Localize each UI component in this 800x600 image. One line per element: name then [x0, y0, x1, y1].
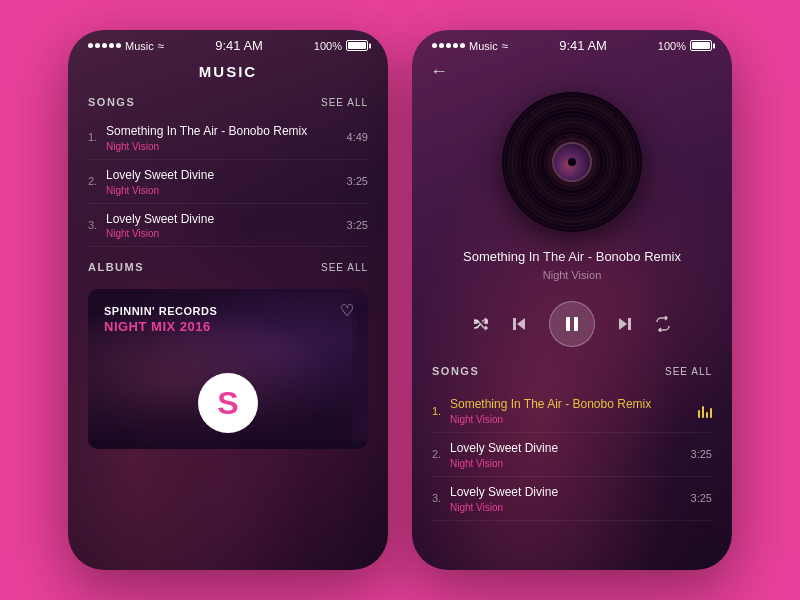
status-time: 9:41 AM	[215, 38, 263, 53]
album-title: NIGHT MIX 2016	[104, 319, 352, 334]
status-time-right: 9:41 AM	[559, 38, 607, 53]
prev-button[interactable]	[509, 314, 529, 334]
eq-bar	[710, 408, 713, 418]
songs-section-title: SONGS	[88, 96, 135, 108]
player-song-number: 3.	[432, 492, 450, 504]
album-label: SPINNIN' RECORDS	[104, 305, 352, 317]
battery-label: 100%	[314, 40, 342, 52]
player-controls	[412, 295, 732, 361]
svg-text:S: S	[217, 385, 238, 421]
page-title: MUSIC	[68, 57, 388, 92]
song-artist: Night Vision	[106, 185, 339, 196]
player-track-artist: Night Vision	[432, 269, 712, 281]
status-bar-right: Music ≈ 9:41 AM 100%	[412, 30, 732, 57]
signal-dot	[88, 43, 93, 48]
albums-section-header: ALBUMS SEE ALL	[68, 257, 388, 281]
albums-section-title: ALBUMS	[88, 261, 144, 273]
player-song-duration: 3:25	[691, 448, 712, 460]
player-song-artist: Night Vision	[450, 414, 698, 425]
player-song-number: 2.	[432, 448, 450, 460]
battery-icon-right	[690, 40, 712, 51]
albums-see-all[interactable]: SEE ALL	[321, 262, 368, 273]
signal-dot	[95, 43, 100, 48]
right-phone: Music ≈ 9:41 AM 100% ←	[412, 30, 732, 570]
signal-dot	[116, 43, 121, 48]
signal-dot	[446, 43, 451, 48]
album-content: SPINNIN' RECORDS NIGHT MIX 2016	[88, 289, 368, 350]
svg-rect-9	[628, 318, 631, 330]
song-artist: Night Vision	[106, 228, 339, 239]
battery-fill-right	[692, 42, 710, 49]
next-button[interactable]	[615, 314, 635, 334]
song-item[interactable]: 3. Lovely Sweet Divine Night Vision 3:25	[88, 204, 368, 248]
song-title: Lovely Sweet Divine	[106, 167, 339, 184]
signal-dot	[102, 43, 107, 48]
songs-section-header: SONGS SEE ALL	[68, 92, 388, 116]
song-duration: 3:25	[347, 219, 368, 231]
song-item[interactable]: 2. Lovely Sweet Divine Night Vision 3:25	[88, 160, 368, 204]
song-info: Lovely Sweet Divine Night Vision	[106, 211, 339, 240]
song-number: 3.	[88, 219, 106, 231]
player-song-title: Something In The Air - Bonobo Remix	[450, 396, 698, 413]
repeat-button[interactable]	[655, 316, 671, 332]
left-phone: Music ≈ 9:41 AM 100% MUSIC SONGS SEE ALL	[68, 30, 388, 570]
vinyl-container	[412, 92, 732, 232]
wifi-icon: ≈	[158, 39, 165, 53]
shuffle-button[interactable]	[473, 316, 489, 332]
player-song-number: 1.	[432, 405, 450, 417]
song-duration: 4:49	[347, 131, 368, 143]
albums-section: ALBUMS SEE ALL SPINNIN' RECORDS NIGHT MI…	[68, 257, 388, 449]
svg-rect-7	[574, 317, 578, 331]
svg-marker-4	[517, 318, 525, 330]
status-bar: Music ≈ 9:41 AM 100%	[68, 30, 388, 57]
play-pause-button[interactable]	[549, 301, 595, 347]
player-song-info: Something In The Air - Bonobo Remix Nigh…	[450, 396, 698, 425]
player-song-duration: 3:25	[691, 492, 712, 504]
player-songs-title: SONGS	[432, 365, 479, 377]
song-info: Lovely Sweet Divine Night Vision	[106, 167, 339, 196]
songs-list: 1. Something In The Air - Bonobo Remix N…	[68, 116, 388, 247]
svg-rect-6	[566, 317, 570, 331]
signal-dot	[432, 43, 437, 48]
player-track-title: Something In The Air - Bonobo Remix	[432, 248, 712, 266]
status-app-name: Music	[125, 40, 154, 52]
wifi-icon-right: ≈	[502, 39, 509, 53]
songs-see-all[interactable]: SEE ALL	[321, 97, 368, 108]
player-header: ←	[412, 57, 732, 82]
song-artist: Night Vision	[106, 141, 339, 152]
heart-icon[interactable]: ♡	[340, 301, 354, 320]
player-song-item[interactable]: 2. Lovely Sweet Divine Night Vision 3:25	[432, 433, 712, 477]
status-app-name-right: Music	[469, 40, 498, 52]
signal-dot	[460, 43, 465, 48]
player-songs-header: SONGS SEE ALL	[412, 361, 732, 385]
signal-dot	[109, 43, 114, 48]
battery-icon	[346, 40, 368, 51]
player-track-info: Something In The Air - Bonobo Remix Nigh…	[412, 248, 732, 295]
eq-bar	[702, 406, 705, 418]
player-song-artist: Night Vision	[450, 458, 691, 469]
player-song-item[interactable]: 1. Something In The Air - Bonobo Remix N…	[432, 389, 712, 433]
battery-label-right: 100%	[658, 40, 686, 52]
signal-dot	[439, 43, 444, 48]
vinyl-record	[502, 92, 642, 232]
back-button[interactable]: ←	[430, 61, 448, 82]
vinyl-hole	[568, 158, 576, 166]
equalizer-icon	[698, 404, 713, 418]
eq-bar	[698, 410, 701, 418]
player-song-title: Lovely Sweet Divine	[450, 440, 691, 457]
song-item[interactable]: 1. Something In The Air - Bonobo Remix N…	[88, 116, 368, 160]
song-number: 2.	[88, 175, 106, 187]
svg-marker-8	[619, 318, 627, 330]
signal-dot	[453, 43, 458, 48]
player-songs-see-all[interactable]: SEE ALL	[665, 366, 712, 377]
song-info: Something In The Air - Bonobo Remix Nigh…	[106, 123, 339, 152]
player-song-info: Lovely Sweet Divine Night Vision	[450, 484, 691, 513]
album-card[interactable]: SPINNIN' RECORDS NIGHT MIX 2016 ♡ S	[88, 289, 368, 449]
eq-bar	[706, 412, 709, 418]
player-song-title: Lovely Sweet Divine	[450, 484, 691, 501]
player-song-info: Lovely Sweet Divine Night Vision	[450, 440, 691, 469]
battery-fill	[348, 42, 366, 49]
song-duration: 3:25	[347, 175, 368, 187]
player-song-artist: Night Vision	[450, 502, 691, 513]
player-song-item[interactable]: 3. Lovely Sweet Divine Night Vision 3:25	[432, 477, 712, 521]
